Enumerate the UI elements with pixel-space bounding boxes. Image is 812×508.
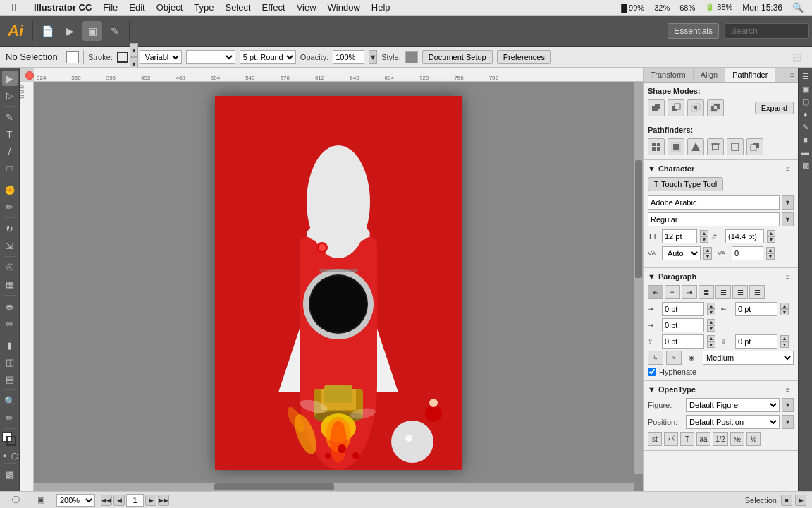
divide-btn[interactable] — [648, 138, 665, 155]
figure-select[interactable]: Default Figure — [686, 398, 780, 412]
preferences-button[interactable]: Preferences — [497, 50, 551, 64]
font-size-input[interactable] — [662, 229, 697, 243]
stroke-input[interactable]: Variable — [140, 50, 182, 64]
crop-btn[interactable] — [707, 138, 724, 155]
justify-right-btn[interactable]: ☰ — [732, 285, 748, 299]
space-before-up[interactable]: ▲ — [707, 335, 715, 341]
opacity-input[interactable] — [333, 50, 364, 64]
font-style-input[interactable] — [648, 212, 780, 226]
space-before-down[interactable]: ▼ — [707, 341, 715, 348]
kerning-down[interactable]: ▼ — [703, 253, 712, 260]
paragraph-close[interactable]: ≡ — [782, 273, 794, 281]
help-menu[interactable]: Help — [366, 0, 396, 16]
new-doc-icon[interactable]: 📄 — [37, 21, 57, 41]
first-indent-input[interactable] — [662, 318, 704, 332]
ot-fraction-btn[interactable]: ½ — [746, 432, 761, 446]
left-indent-input[interactable] — [662, 302, 704, 316]
font-size-down[interactable]: ▼ — [700, 236, 708, 243]
tab-transform[interactable]: Transform — [644, 68, 694, 82]
toolbar-search[interactable] — [725, 23, 809, 39]
space-after-input[interactable] — [735, 334, 777, 349]
position-select[interactable]: Default Position — [686, 415, 780, 429]
gradient-tool[interactable]: ▤ — [2, 371, 18, 387]
pen-tool[interactable]: ✎ — [2, 109, 18, 125]
intersect-btn[interactable] — [687, 99, 704, 116]
position-dropdown[interactable]: ▼ — [782, 415, 794, 429]
appearance-strip-icon[interactable]: ▩ — [800, 159, 811, 171]
rotate-tool[interactable]: ↻ — [2, 221, 18, 236]
ot-stylistic-btn[interactable]: 1/2 — [713, 432, 728, 446]
ot-st-btn[interactable]: st — [648, 432, 662, 446]
ot-titling-btn[interactable]: T — [680, 432, 694, 446]
status-artboard-icon[interactable]: ▣ — [31, 490, 51, 509]
transform-icon[interactable]: ▣ — [82, 21, 102, 41]
window-menu[interactable]: Window — [322, 0, 366, 16]
status-info-icon[interactable]: ⓘ — [6, 490, 25, 509]
artboard-tool[interactable]: ▩ — [2, 466, 18, 482]
medium-select[interactable]: Medium — [703, 351, 794, 365]
stroke-profile[interactable] — [186, 50, 235, 64]
direct-select-tool[interactable]: ▷ — [2, 87, 18, 103]
brush-icon[interactable]: ✎ — [105, 21, 125, 41]
justify-btn[interactable]: ≣ — [699, 285, 714, 299]
search-icon[interactable]: 🔍 — [789, 2, 806, 13]
tracking-up[interactable]: ▲ — [766, 247, 775, 253]
rect-tool[interactable]: □ — [2, 160, 18, 176]
exclude-btn[interactable] — [707, 99, 724, 116]
expand-button[interactable]: Expand — [755, 102, 794, 114]
outline-btn[interactable] — [727, 138, 744, 155]
fill-swatch[interactable] — [66, 51, 79, 64]
ot-contextual-btn[interactable]: aa — [696, 432, 710, 446]
view-menu[interactable]: View — [291, 0, 322, 16]
warp-tool[interactable]: ⦾ — [2, 260, 18, 275]
last-artboard-btn[interactable]: ▶▶ — [158, 495, 169, 506]
pathfinders-header[interactable]: Pathfinders: — [648, 126, 794, 134]
leading-up[interactable]: ▲ — [767, 230, 775, 236]
font-size-up[interactable]: ▲ — [700, 230, 708, 236]
eyedropper-tool[interactable]: ⛂ — [2, 298, 18, 314]
figure-dropdown[interactable]: ▼ — [782, 398, 794, 412]
gradient-strip-icon[interactable]: ▬ — [800, 147, 811, 158]
symbols-strip-icon[interactable]: ♦ — [800, 109, 811, 120]
stop-btn[interactable]: ■ — [781, 495, 792, 506]
edit-menu[interactable]: Edit — [123, 0, 150, 16]
brushes-strip-icon[interactable]: ✎ — [800, 121, 811, 133]
tracking-down[interactable]: ▼ — [766, 253, 775, 260]
kerning-select[interactable]: Auto — [662, 246, 701, 260]
prev-artboard-btn[interactable]: ◀ — [113, 495, 125, 506]
align-right-btn[interactable]: ⇥ — [682, 285, 697, 299]
scale-tool[interactable]: ⇲ — [2, 238, 18, 253]
pt-round-select[interactable]: 5 pt. Round — [240, 50, 296, 64]
mesh-tool[interactable]: ◫ — [2, 354, 18, 370]
align-center-btn[interactable]: ≡ — [665, 285, 680, 299]
color-mode-icon[interactable]: ● — [1, 452, 9, 460]
hyphenate-checkbox[interactable] — [648, 368, 656, 376]
app-name-menu[interactable]: Illustrator CC — [28, 0, 97, 16]
stroke-color[interactable] — [117, 52, 128, 63]
justify-all-btn[interactable]: ☰ — [749, 285, 765, 299]
file-menu[interactable]: File — [97, 0, 123, 16]
minus-front-btn[interactable] — [668, 99, 684, 116]
object-menu[interactable]: Object — [151, 0, 189, 16]
font-name-dropdown[interactable]: ▼ — [782, 195, 794, 210]
scrollbar-horizontal[interactable] — [34, 483, 634, 491]
touch-type-button[interactable]: T Touch Type Tool — [648, 177, 723, 191]
type-menu[interactable]: Type — [188, 0, 219, 16]
stroke-indicator[interactable] — [6, 436, 16, 446]
first-indent-up[interactable]: ▲ — [707, 319, 715, 325]
left-indent-up[interactable]: ▲ — [707, 303, 715, 309]
font-style-dropdown[interactable]: ▼ — [782, 212, 794, 226]
trim-btn[interactable] — [668, 138, 684, 155]
pencil-tool[interactable]: ✏ — [2, 199, 18, 214]
select-menu[interactable]: Select — [219, 0, 256, 16]
opentype-header[interactable]: ▼ OpenType ≡ — [648, 385, 794, 394]
tab-align[interactable]: Align — [694, 68, 725, 82]
selection-tool[interactable]: ▶ — [2, 71, 18, 86]
justify-center-btn[interactable]: ☰ — [715, 285, 731, 299]
ot-swash-btn[interactable]: パ — [664, 432, 678, 446]
hand-tool[interactable]: ✏ — [2, 410, 18, 425]
leading-down[interactable]: ▼ — [767, 236, 775, 243]
document-setup-button[interactable]: Document Setup — [422, 50, 493, 64]
optical-btn[interactable]: ≈ — [666, 351, 682, 365]
close-button[interactable] — [25, 71, 34, 80]
